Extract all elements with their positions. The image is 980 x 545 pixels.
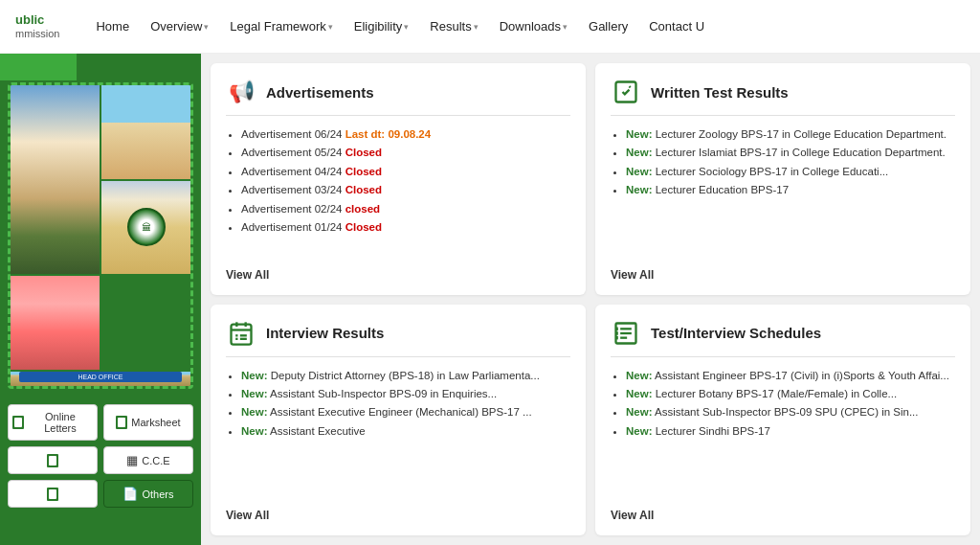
interview-results-list: New: Deputy District Attorney (BPS-18) i… (226, 367, 570, 500)
nav-link-gallery[interactable]: Gallery (581, 15, 635, 37)
nav-link-contact-u[interactable]: Contact U (641, 15, 712, 37)
nav-link-results[interactable]: Results▾ (422, 15, 485, 37)
list-item: New: Lecturer Sindhi BPS-17 (626, 422, 955, 440)
badge-new: New: (626, 147, 652, 158)
badge-new: New: (241, 406, 267, 418)
collage-image-1 (11, 85, 100, 274)
marksheet-button[interactable]: Marksheet (103, 404, 193, 441)
chevron-down-icon: ▾ (474, 22, 479, 32)
badge-new: New: (626, 166, 652, 177)
badge-new: New: (241, 425, 267, 437)
sidebar-btn-row-1: Online Letters Marksheet (8, 404, 193, 441)
list-item: New: Assistant Executive Engineer (Mecha… (241, 403, 570, 420)
badge-new: New: (241, 388, 267, 399)
sidebar-buttons: Online Letters Marksheet ▦ C.C.E (0, 397, 201, 515)
list-item: New: Lecturer Sociology BPS-17 in Colleg… (626, 163, 955, 180)
test-interview-list: New: Assistant Engineer BPS-17 (Civil) i… (611, 367, 955, 500)
interview-results-icon (226, 318, 256, 349)
interview-results-title: Interview Results (266, 325, 384, 341)
advertisements-title: Advertisements (266, 84, 374, 101)
unknown-button-2[interactable] (8, 480, 98, 508)
list-item: Advertisement 06/24 Last dt: 09.08.24 (241, 125, 570, 143)
list-item: New: Lecturer Islamiat BPS-17 in College… (626, 144, 955, 161)
advertisements-header: 📢 Advertisements (226, 77, 570, 116)
list-item: Advertisement 02/24 closed (241, 200, 570, 217)
list-item: Advertisement 03/24 Closed (241, 181, 570, 198)
written-test-header: Written Test Results (611, 77, 955, 116)
seal-emblem: 🏛 (127, 208, 166, 246)
chevron-down-icon: ▾ (404, 22, 409, 32)
unknown-button-1[interactable] (8, 446, 98, 474)
list-item: Advertisement 01/24 Closed (241, 218, 570, 236)
written-test-view-all[interactable]: View All (611, 268, 955, 282)
doc-icon-3 (47, 454, 58, 467)
collage-image-3: 🏛 (101, 181, 190, 275)
svg-rect-1 (232, 324, 252, 344)
advertisements-card: 📢 Advertisements Advertisement 06/24 Las… (211, 63, 586, 295)
written-test-card: Written Test Results New: Lecturer Zoolo… (595, 63, 970, 295)
interview-results-header: Interview Results (226, 318, 570, 357)
chevron-down-icon: ▾ (204, 22, 209, 32)
badge-closed: Closed (345, 166, 382, 177)
badge-closed: Closed (345, 221, 382, 233)
headoffice-sign: HEAD OFFICE (19, 372, 181, 382)
collage-image-headoffice: HEAD OFFICE (11, 372, 190, 386)
advertisements-icon: 📢 (226, 77, 256, 107)
nav-links: HomeOverview▾Legal Framework▾Eligibility… (88, 15, 712, 37)
online-letters-button[interactable]: Online Letters (8, 404, 98, 441)
interview-results-view-all[interactable]: View All (226, 509, 570, 522)
chevron-down-icon: ▾ (563, 22, 568, 32)
cce-button[interactable]: ▦ C.C.E (103, 446, 193, 474)
sidebar-btn-row-2: ▦ C.C.E (8, 446, 193, 474)
list-item: Advertisement 04/24 Closed (241, 163, 570, 180)
nav-link-legal-framework[interactable]: Legal Framework▾ (222, 15, 340, 37)
advertisements-view-all[interactable]: View All (226, 268, 570, 282)
main-layout: 🏛 HEAD OFFICE Online Letters Marksheet (0, 54, 980, 545)
logo: ublic mmission (15, 12, 59, 40)
sidebar-btn-row-3: 📄 Others (8, 480, 193, 508)
nav-link-overview[interactable]: Overview▾ (143, 15, 216, 37)
badge-new: New: (626, 388, 652, 399)
list-item: New: Assistant Sub-Inspector BPS-09 SPU … (626, 403, 955, 420)
list-item: New: Lecturer Botany BPS-17 (Male/Female… (626, 385, 955, 402)
nav-link-downloads[interactable]: Downloads▾ (492, 15, 575, 37)
others-icon: 📄 (122, 487, 138, 501)
collage-image-2 (101, 85, 190, 179)
badge-closed: closed (345, 203, 380, 215)
doc-icon-2 (116, 416, 127, 429)
list-item: New: Deputy District Attorney (BPS-18) i… (241, 367, 570, 384)
content-area: 📢 Advertisements Advertisement 06/24 Las… (201, 54, 980, 545)
interview-results-card: Interview Results New: Deputy District A… (211, 305, 586, 536)
badge-new: New: (241, 370, 267, 381)
nav-link-home[interactable]: Home (88, 15, 137, 37)
doc-icon-1 (12, 416, 24, 429)
badge-new: New: (626, 370, 652, 381)
badge-new: New: (626, 128, 652, 140)
advertisements-list: Advertisement 06/24 Last dt: 09.08.24 Ad… (226, 125, 570, 259)
image-collage: 🏛 HEAD OFFICE (8, 82, 193, 389)
navbar: ublic mmission HomeOverview▾Legal Framew… (0, 0, 980, 54)
badge-closed: Closed (345, 147, 382, 158)
collage-image-4 (11, 276, 100, 370)
table-icon: ▦ (126, 453, 138, 467)
written-test-icon (611, 77, 641, 107)
test-interview-view-all[interactable]: View All (611, 509, 955, 522)
logo-line1: ublic (15, 12, 59, 28)
others-button[interactable]: 📄 Others (103, 480, 193, 508)
doc-icon-4 (47, 488, 58, 501)
badge-closed: Closed (345, 184, 382, 195)
test-interview-card: Test/Interview Schedules New: Assistant … (595, 305, 970, 536)
badge-new: New: (626, 406, 652, 418)
sidebar: 🏛 HEAD OFFICE Online Letters Marksheet (0, 54, 201, 545)
test-interview-header: Test/Interview Schedules (611, 318, 955, 357)
nav-link-eligibility[interactable]: Eligibility▾ (346, 15, 417, 37)
list-item: New: Assistant Sub-Inspector BPS-09 in E… (241, 385, 570, 402)
logo-line2: mmission (15, 28, 59, 40)
test-interview-title: Test/Interview Schedules (651, 325, 821, 341)
written-test-list: New: Lecturer Zoology BPS-17 in College … (611, 125, 955, 259)
list-item: New: Lecturer Education BPS-17 (626, 181, 955, 198)
badge-lastdt: Last dt: 09.08.24 (345, 128, 431, 140)
badge-new: New: (626, 184, 652, 195)
list-item: Advertisement 05/24 Closed (241, 144, 570, 161)
list-item: New: Lecturer Zoology BPS-17 in College … (626, 125, 955, 143)
